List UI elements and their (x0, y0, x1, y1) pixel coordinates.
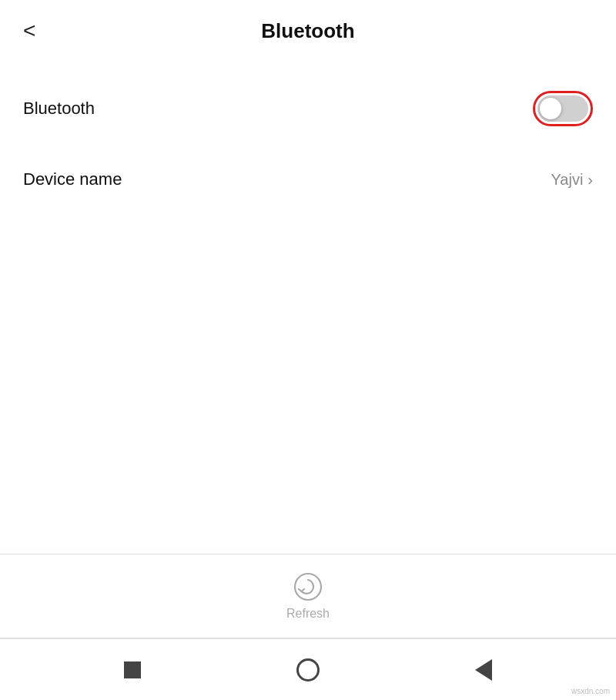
content: Bluetooth Device name Yajvi › (0, 62, 616, 554)
bluetooth-toggle-container (533, 91, 593, 126)
bluetooth-row: Bluetooth (0, 69, 616, 148)
chevron-right-icon: › (588, 171, 593, 189)
bluetooth-label: Bluetooth (23, 99, 95, 119)
svg-point-0 (295, 574, 321, 600)
nav-home-button[interactable] (296, 658, 320, 682)
bluetooth-toggle[interactable] (537, 95, 588, 122)
device-name-value: Yajvi › (551, 171, 593, 189)
refresh-label: Refresh (286, 607, 330, 621)
refresh-area: Refresh (0, 554, 616, 638)
refresh-icon[interactable] (293, 571, 323, 602)
toggle-knob (540, 98, 561, 119)
device-name-row[interactable]: Device name Yajvi › (0, 148, 616, 211)
device-name-text: Yajvi (551, 171, 583, 189)
watermark: wsxdn.com (571, 687, 610, 695)
page-title: Bluetooth (261, 19, 354, 43)
nav-back-button[interactable] (475, 659, 492, 681)
device-name-label: Device name (23, 169, 122, 189)
bottom-nav (0, 638, 616, 700)
nav-square-button[interactable] (124, 661, 141, 678)
header: < Bluetooth (0, 0, 616, 62)
screen: < Bluetooth Bluetooth Device name Yajvi … (0, 0, 616, 700)
back-button[interactable]: < (23, 20, 35, 42)
